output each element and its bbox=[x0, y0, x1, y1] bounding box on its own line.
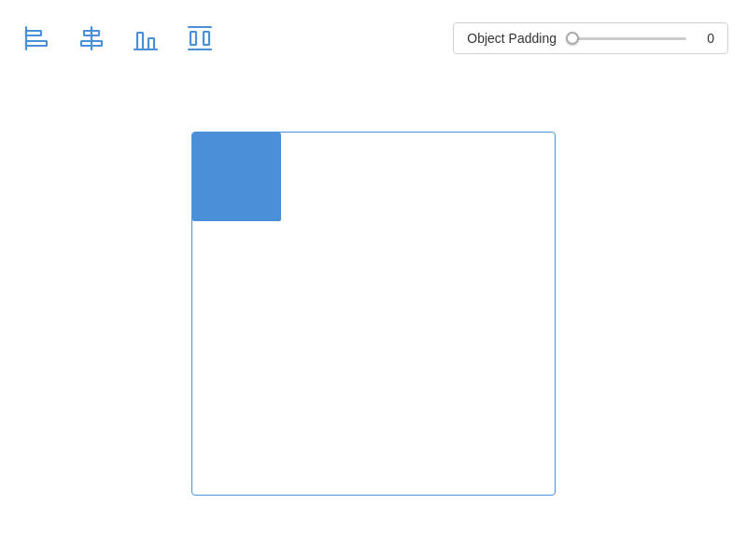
toolbar: Object Padding 0 bbox=[0, 0, 747, 77]
svg-rect-7 bbox=[137, 33, 143, 49]
align-left-button[interactable] bbox=[19, 20, 56, 57]
padding-value: 0 bbox=[696, 31, 714, 46]
svg-rect-12 bbox=[204, 32, 209, 45]
object-padding-control: Object Padding 0 bbox=[453, 22, 728, 54]
svg-rect-2 bbox=[26, 41, 47, 46]
svg-rect-1 bbox=[26, 31, 41, 35]
padding-slider[interactable] bbox=[566, 37, 686, 40]
distribute-button[interactable] bbox=[181, 20, 218, 57]
padding-label: Object Padding bbox=[467, 31, 557, 46]
align-bottom-button[interactable] bbox=[127, 20, 164, 57]
svg-rect-11 bbox=[190, 32, 196, 45]
blue-box-object[interactable] bbox=[192, 133, 281, 221]
svg-rect-8 bbox=[148, 38, 154, 49]
canvas-area bbox=[0, 77, 747, 560]
canvas-container bbox=[191, 132, 556, 496]
align-center-button[interactable] bbox=[73, 20, 110, 57]
align-icon-group bbox=[19, 20, 218, 57]
